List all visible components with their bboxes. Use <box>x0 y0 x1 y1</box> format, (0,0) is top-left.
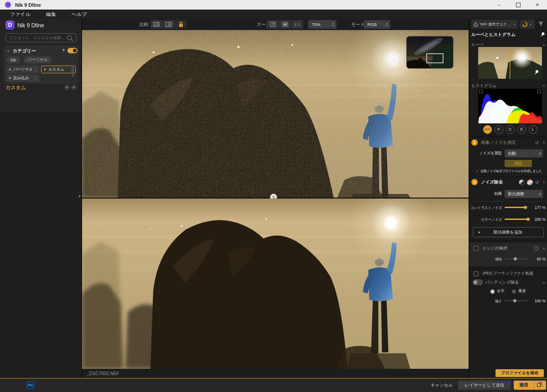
channel-b-button[interactable]: B <box>517 125 526 134</box>
preset-custom[interactable]: ★ カスタム ⋮ <box>41 66 76 73</box>
navigator-thumbnail[interactable] <box>407 35 453 68</box>
compare-lock-button[interactable] <box>175 20 187 29</box>
histogram-corner-handle[interactable] <box>538 90 541 93</box>
chevron-down-icon[interactable]: ∨ <box>511 23 516 25</box>
sidebar-lower-area <box>0 112 82 378</box>
export-button[interactable]: TIFF 形式でエク... ∨ <box>471 20 518 29</box>
history-button[interactable]: ∨ <box>520 20 535 29</box>
collapse-right-arrow[interactable]: ▸ <box>465 194 467 198</box>
chevron-up-icon[interactable]: ∧ <box>542 84 545 87</box>
categories-panel: ∨ カテゴリー + Nik パーソナル ★ パーソナル... ⋮ ★ カスタム … <box>4 46 78 84</box>
pin-icon[interactable] <box>540 32 545 37</box>
color-preview-icon[interactable] <box>527 179 533 185</box>
fit-screen-icon <box>270 22 276 27</box>
search-input[interactable] <box>6 36 67 40</box>
filter-pill-nik[interactable]: Nik <box>6 56 20 63</box>
chevron-down-icon[interactable]: ∨ <box>7 49 10 52</box>
filter-pill-personal[interactable]: パーソナル <box>24 56 52 63</box>
minimize-button[interactable]: – <box>490 0 509 10</box>
banding-direction: 水平 垂直 <box>469 289 547 294</box>
star-icon: ★ <box>8 67 11 71</box>
measure-mode-select[interactable]: 自動 ▴▾ <box>505 149 543 158</box>
kebab-icon[interactable]: ⋮ <box>33 76 37 81</box>
preset-scrollbar[interactable] <box>72 65 74 77</box>
star-icon: ★ <box>43 67 46 71</box>
chevron-up-icon[interactable]: ∧ <box>542 43 545 46</box>
save-profile-button[interactable]: プロファイルを保存 <box>495 369 544 377</box>
photo-before <box>82 30 469 198</box>
preset-personal[interactable]: ★ パーソナル... ⋮ <box>6 66 39 73</box>
maximize-button[interactable] <box>509 0 528 10</box>
apply-button[interactable]: 適用 <box>514 381 534 390</box>
hatch-rect-icon <box>153 22 160 27</box>
channel-g-button[interactable]: G <box>506 125 515 134</box>
close-button[interactable]: ✕ <box>528 0 547 10</box>
add-category-button[interactable]: + <box>62 47 65 53</box>
chevron-up-icon[interactable]: ∧ <box>542 141 545 144</box>
search-icon <box>67 36 72 40</box>
channel-rgb-button[interactable]: RGB <box>483 125 492 134</box>
chevron-down-icon: ∨ <box>542 384 543 387</box>
chevron-up-icon[interactable]: ∧ <box>542 246 545 249</box>
group-prev-button[interactable]: ◂ <box>64 84 70 90</box>
cancel-button[interactable]: キャンセル <box>428 382 456 388</box>
banding-horizontal-radio[interactable]: 水平 <box>490 289 505 294</box>
compare-split-button[interactable] <box>163 20 175 29</box>
mode-label: モード <box>351 21 365 28</box>
zoom-fit-button[interactable] <box>267 20 279 29</box>
channel-l-button[interactable]: L <box>529 125 537 134</box>
zoom-level-select[interactable]: 75% ▴▾ <box>308 20 336 29</box>
photo-after-pane[interactable] <box>82 199 469 369</box>
group-title: カスタム <box>5 84 26 91</box>
kebab-icon[interactable]: ⋮ <box>33 67 37 72</box>
jpeg-checkbox[interactable] <box>474 271 479 276</box>
preset-import[interactable]: ★ 読み込み ⋮ <box>6 74 39 82</box>
jpeg-row: JPEG アーティファクト低減 <box>471 270 545 277</box>
photo-before-pane[interactable] <box>82 30 469 198</box>
viewer-toolbar: 比較 ズーム 1:1 75% ▴▾ モード <box>82 19 469 30</box>
mask-preview-icon[interactable] <box>519 179 525 185</box>
banding-vertical-radio[interactable]: 垂直 <box>512 289 526 294</box>
preset-search[interactable] <box>5 33 77 42</box>
stepper-icon: ▴▾ <box>539 192 541 196</box>
effect-select[interactable]: 部分調整 ▴▾ <box>505 190 543 198</box>
collapse-panel-button[interactable] <box>538 20 544 27</box>
histogram-corner-handle[interactable] <box>480 90 483 93</box>
reset-icon[interactable]: ↺ <box>535 140 539 145</box>
banding-toggle[interactable] <box>473 280 483 285</box>
menu-help[interactable]: ヘルプ <box>72 11 87 18</box>
mode-select[interactable]: RGB ▴▾ <box>364 20 390 29</box>
add-partial-adjustment-button[interactable]: + 部分調整を追加 <box>473 227 544 237</box>
compare-single-button[interactable] <box>150 20 162 29</box>
apply-options-button[interactable]: ∨ <box>534 381 546 390</box>
menu-file[interactable]: ファイル <box>10 11 31 18</box>
effect-label: 効果 <box>469 191 502 197</box>
color-noise-label: カラーノイズ <box>469 217 502 222</box>
contrast-noise-label: コントラストノイズ <box>469 205 502 210</box>
help-icon[interactable]: ? <box>534 246 539 251</box>
edge-keep-label: 保持 <box>469 257 502 262</box>
zoom-fill-button[interactable] <box>279 20 291 29</box>
categories-toggle[interactable] <box>67 48 77 53</box>
reset-icon[interactable]: ↺ <box>535 180 539 185</box>
filename-bar: _DSC7002.NEF <box>82 369 469 378</box>
edge-keep-slider[interactable] <box>505 258 528 260</box>
send-as-layer-button[interactable]: レイヤーとして送信 <box>458 381 511 390</box>
channel-r-button[interactable]: R <box>495 125 503 134</box>
group-next-button[interactable]: ▸ <box>71 84 77 90</box>
color-noise-slider[interactable] <box>505 219 528 220</box>
step2-header: 2 ノイズ除去 ↺ ∧ <box>471 178 545 186</box>
collapse-left-arrow[interactable]: ◂ <box>78 194 80 198</box>
zoom-100-button[interactable]: 1:1 <box>291 20 303 29</box>
contrast-noise-slider[interactable] <box>505 207 528 208</box>
star-icon: ★ <box>8 76 11 80</box>
edge-checkbox[interactable] <box>474 246 479 251</box>
menu-edit[interactable]: 編集 <box>46 11 56 18</box>
step1-header: 1 画像ノイズを測定 ↺ ∧ <box>471 139 545 146</box>
banding-strength-slider[interactable] <box>505 300 528 301</box>
loupe-divider[interactable] <box>510 47 511 79</box>
edge-header: エッジの保持 ? ∧ <box>471 245 545 251</box>
measure-button[interactable]: 測定 <box>505 160 532 167</box>
chevron-up-icon[interactable]: ∧ <box>542 280 545 284</box>
chevron-up-icon[interactable]: ∧ <box>542 180 545 183</box>
